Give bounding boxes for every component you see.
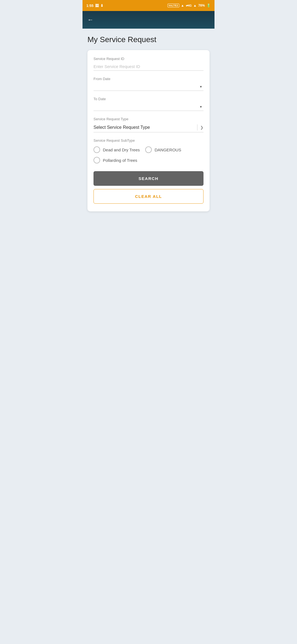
service-request-type-value: Select Service Request Type [94,125,197,130]
select-divider [197,124,197,130]
clear-all-button[interactable]: CLEAR ALL [94,189,204,204]
to-date-group: To Date ▼ [94,97,204,111]
radio-pollarding[interactable]: Pollarding of Trees [94,157,137,163]
service-request-type-group: Service Request Type Select Service Requ… [94,117,204,132]
page-content: My Service Request Service Request ID Fr… [82,29,215,218]
radio-label-dead-dry-trees: Dead and Dry Trees [103,148,140,152]
chevron-down-icon: ❯ [200,125,204,130]
radio-label-dangerous: DANGEROUS [155,148,181,152]
from-date-input[interactable] [94,83,204,91]
data-icon: ⇄4G [186,4,192,7]
signal-icon: ▲ [181,4,184,7]
battery-icon: 🔋 [207,4,211,7]
from-date-label: From Date [94,77,204,81]
status-bar: 1:55 🖼 ⬇ VoLTE2 ▲ ⇄4G ▲ 76% 🔋 [82,0,215,11]
radio-row-1: Dead and Dry Trees DANGEROUS [94,146,204,153]
to-date-label: To Date [94,97,204,101]
back-button[interactable]: ← [87,16,94,23]
status-right: VoLTE2 ▲ ⇄4G ▲ 76% 🔋 [167,4,211,7]
service-request-subtype-label: Service Request SubType [94,138,204,143]
radio-row-2: Pollarding of Trees [94,157,204,163]
radio-group: Dead and Dry Trees DANGEROUS Pollarding … [94,146,204,163]
photo-icon: 🖼 [95,4,99,8]
download-icon: ⬇ [100,4,103,8]
battery-display: 76% [198,4,205,7]
service-request-id-group: Service Request ID [94,57,204,71]
service-request-type-label: Service Request Type [94,117,204,121]
to-date-input[interactable] [94,103,204,111]
time-display: 1:55 [86,4,94,8]
form-card: Service Request ID From Date ▼ To Date ▼… [87,50,210,211]
radio-circle-pollarding [94,157,100,163]
radio-dangerous[interactable]: DANGEROUS [145,146,181,153]
nav-bar: ← [82,11,215,29]
radio-dead-dry-trees[interactable]: Dead and Dry Trees [94,146,140,153]
service-request-type-select[interactable]: Select Service Request Type ❯ [94,123,204,132]
status-left: 1:55 🖼 ⬇ [86,4,103,8]
from-date-wrapper: ▼ [94,83,204,91]
service-request-id-label: Service Request ID [94,57,204,61]
service-request-id-input[interactable] [94,62,204,71]
radio-circle-dangerous [145,146,152,153]
from-date-group: From Date ▼ [94,77,204,91]
radio-label-pollarding: Pollarding of Trees [103,158,137,163]
radio-circle-dead-dry-trees [94,146,100,153]
page-title: My Service Request [87,35,210,44]
to-date-wrapper: ▼ [94,103,204,111]
search-button[interactable]: SEARCH [94,171,204,186]
service-request-subtype-group: Service Request SubType Dead and Dry Tre… [94,138,204,163]
volte-badge: VoLTE2 [167,4,179,7]
signal-icon-2: ▲ [193,4,197,7]
